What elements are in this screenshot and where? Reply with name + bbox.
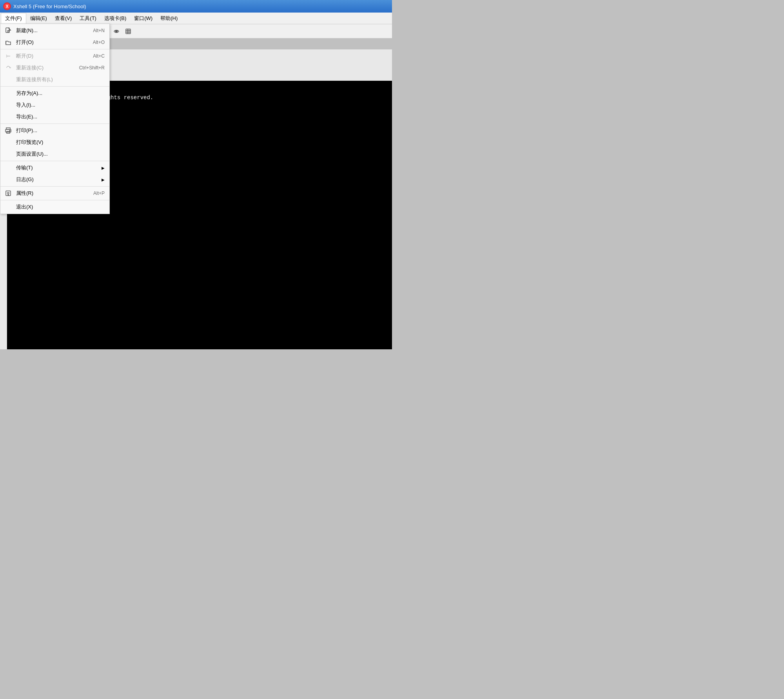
menu-item-export-label: 导出(E)... [16, 113, 37, 120]
menu-item-open[interactable]: 打开(O) Alt+O [0, 36, 109, 48]
dropdown-container: 新建(N)... Alt+N 打开(O) Alt+O [0, 24, 110, 214]
menu-item-reconnect-label: 重新连接(C) [16, 64, 44, 71]
menu-item-reconnect-shortcut: Ctrl+Shift+R [67, 65, 105, 71]
title-bar-text: Xshell 5 (Free for Home/School) [13, 4, 86, 9]
separator-6 [0, 200, 109, 200]
menu-item-exit[interactable]: 退出(X) [0, 201, 109, 213]
menu-help[interactable]: 帮助(H) [156, 13, 181, 24]
menu-view[interactable]: 查看(V) [51, 13, 76, 24]
svg-rect-18 [126, 29, 131, 34]
toolbar-eye-btn[interactable] [111, 26, 122, 36]
print-icon [4, 127, 12, 134]
properties-icon [4, 189, 12, 197]
app-icon: X [3, 2, 11, 10]
menu-tabs[interactable]: 选项卡(B) [100, 13, 130, 24]
menu-window[interactable]: 窗口(W) [130, 13, 156, 24]
log-arrow-icon: ▶ [102, 178, 105, 182]
menu-item-export[interactable]: 导出(E)... [0, 111, 109, 123]
menu-tools[interactable]: 工具(T) [76, 13, 100, 24]
menu-item-import[interactable]: 导入(I)... [0, 99, 109, 111]
menu-item-log-label: 日志(G) [16, 176, 34, 183]
menu-item-exit-label: 退出(X) [16, 203, 33, 211]
new-icon [4, 27, 12, 34]
separator-4 [0, 161, 109, 161]
svg-point-38 [8, 194, 9, 195]
menu-item-open-label: 打开(O) [16, 39, 34, 46]
menu-item-print-preview[interactable]: 打印预览(V) [0, 136, 109, 148]
menu-item-reconnect-all-label: 重新连接所有(L) [16, 76, 53, 83]
menu-file[interactable]: 文件(F) [1, 13, 26, 24]
menu-item-page-setup[interactable]: 页面设置(U)... [0, 148, 109, 160]
menu-item-reconnect-all[interactable]: 重新连接所有(L) [0, 74, 109, 85]
menu-item-open-shortcut: Alt+O [81, 40, 105, 45]
menu-item-log[interactable]: 日志(G) ▶ [0, 174, 109, 185]
toolbar-maximize-btn[interactable] [123, 26, 134, 36]
xshell-logo-icon: X [3, 2, 11, 10]
svg-point-34 [9, 131, 10, 131]
open-icon [4, 38, 12, 46]
menu-item-disconnect[interactable]: 断开(D) Alt+C [0, 50, 109, 62]
menu-item-transfer[interactable]: 传输(T) ▶ [0, 162, 109, 174]
menu-item-print-label: 打印(P)... [16, 127, 37, 134]
title-bar: X Xshell 5 (Free for Home/School) [0, 0, 392, 13]
menu-item-properties-shortcut: Alt+P [82, 191, 105, 196]
disconnect-icon [4, 52, 12, 60]
menu-item-properties[interactable]: 属性(R) Alt+P [0, 187, 109, 199]
menu-item-new[interactable]: 新建(N)... Alt+N [0, 25, 109, 36]
menu-item-print-preview-label: 打印预览(V) [16, 139, 43, 146]
separator-3 [0, 123, 109, 124]
menu-item-print[interactable]: 打印(P)... [0, 125, 109, 136]
menu-item-disconnect-shortcut: Alt+C [81, 53, 105, 59]
separator-2 [0, 86, 109, 87]
menu-edit[interactable]: 编辑(E) [26, 13, 51, 24]
menu-item-properties-label: 属性(R) [16, 190, 33, 197]
menu-item-save-as[interactable]: 另存为(A)... [0, 87, 109, 99]
menu-item-disconnect-label: 断开(D) [16, 53, 33, 60]
menu-item-save-as-label: 另存为(A)... [16, 90, 42, 97]
svg-point-17 [116, 30, 118, 32]
file-dropdown-menu: 新建(N)... Alt+N 打开(O) Alt+O [0, 24, 110, 214]
reconnect-icon [4, 64, 12, 72]
transfer-arrow-icon: ▶ [102, 166, 105, 170]
menu-item-new-shortcut: Alt+N [81, 28, 105, 33]
menu-item-transfer-label: 传输(T) [16, 164, 33, 171]
menu-item-import-label: 导入(I)... [16, 102, 35, 109]
separator-5 [0, 186, 109, 187]
separator-1 [0, 49, 109, 49]
menu-item-page-setup-label: 页面设置(U)... [16, 151, 48, 158]
menu-bar: 文件(F) 编辑(E) 查看(V) 工具(T) 选项卡(B) 窗口(W) 帮助(… [0, 13, 392, 24]
menu-item-new-label: 新建(N)... [16, 27, 38, 34]
menu-item-reconnect[interactable]: 重新连接(C) Ctrl+Shift+R [0, 62, 109, 74]
